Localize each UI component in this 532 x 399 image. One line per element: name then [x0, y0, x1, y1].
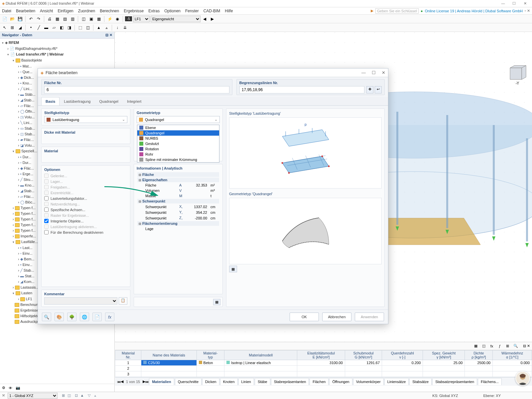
datatable-tab[interactable]: Querschnitte — [175, 378, 201, 385]
dialog-titlebar[interactable]: ◈ Fläche bearbeiten — ☐ ✕ — [38, 68, 388, 77]
tab-quadrangle[interactable]: Quadrangel — [95, 97, 123, 105]
globe-icon[interactable]: 🌐 — [80, 313, 89, 321]
tool-icon[interactable]: ↖ — [1, 24, 8, 31]
new-icon[interactable]: 📄 — [1, 16, 8, 22]
datatable-tab[interactable]: Öffnungen — [329, 378, 352, 385]
column-header[interactable]: ElastizitätsmodulE [kN/cm²] — [297, 350, 345, 360]
menu-item[interactable]: Ergebnisse — [124, 9, 144, 13]
datatable-tab[interactable]: Stabsätze — [409, 378, 432, 385]
window-restore-icon[interactable]: ▫ ✕ — [525, 9, 530, 13]
tool-icon[interactable]: 🔍 — [512, 343, 519, 349]
minimize-button[interactable]: — — [498, 1, 508, 5]
dialog-close-icon[interactable]: ✕ — [382, 70, 385, 75]
datatable-tab[interactable]: Liniensätze — [384, 378, 409, 385]
column-header[interactable]: SchubmodulG [kN/cm²] — [345, 350, 382, 360]
support-icon[interactable]: ▲ — [95, 24, 102, 31]
maximize-button[interactable]: ☐ — [509, 1, 519, 6]
tool-icon[interactable]: ⟁ — [103, 24, 110, 31]
option-checkbox[interactable]: Lastverteilungsfaktor... — [44, 196, 127, 201]
column-header[interactable]: Material-typ — [197, 350, 224, 360]
materials-table[interactable]: MaterialNr.Name des MaterialsMaterial-ty… — [115, 350, 532, 377]
close-button[interactable]: ✕ — [520, 1, 530, 6]
last-page-icon[interactable]: ⏭ — [145, 380, 149, 384]
geometry-option[interactable]: NURBS — [137, 136, 219, 141]
column-header[interactable]: Querdehnzahlν [-] — [382, 350, 423, 360]
datatable-tab[interactable]: Dicken — [202, 378, 219, 385]
next-page-icon[interactable]: ▶ — [143, 379, 145, 384]
menu-item[interactable]: Optionen — [164, 9, 181, 13]
info-grid-icon[interactable]: ▦ — [213, 299, 220, 305]
tool-icon[interactable]: ◢ — [17, 24, 23, 31]
tool-icon[interactable]: ▦ — [472, 343, 479, 349]
dialog-minimize-icon[interactable]: — — [361, 70, 366, 75]
tool-icon[interactable]: ▦ — [95, 16, 102, 22]
geometry-option[interactable]: Quadrangel — [137, 130, 219, 136]
nav-icon[interactable]: ⚙ — [2, 386, 5, 390]
tool-icon[interactable]: fx — [488, 343, 495, 349]
menu-item[interactable]: Fenster — [185, 9, 199, 13]
menu-item[interactable]: Zuordnen — [78, 9, 95, 13]
surface-nr-input[interactable] — [44, 86, 229, 93]
undo-icon[interactable]: ↶ — [28, 16, 34, 22]
column-header[interactable]: MaterialNr. — [115, 350, 141, 360]
line-icon[interactable]: ╱ — [35, 24, 42, 31]
dialog-maximize-icon[interactable]: ☐ — [372, 70, 376, 75]
node-icon[interactable]: • — [28, 24, 34, 31]
camera-icon[interactable]: 📷 — [16, 386, 20, 390]
print-icon[interactable]: 🖨 — [46, 16, 53, 22]
option-checkbox[interactable]: Für die Berechnung deaktivieren — [44, 229, 127, 235]
ok-button[interactable]: OK — [290, 313, 319, 321]
tool-icon[interactable]: ⊞ — [9, 24, 16, 31]
prev-icon[interactable]: ◀ — [201, 16, 208, 22]
pick-icon[interactable]: ✥ — [366, 86, 373, 93]
view-cube[interactable]: -Y — [503, 65, 527, 88]
column-header[interactable]: Materialmodell — [224, 350, 297, 360]
tool-icon[interactable]: ⬚ — [77, 24, 83, 31]
tab-load-transfer[interactable]: Lastübertragung — [60, 97, 95, 105]
doc-icon[interactable]: 📄 — [92, 313, 102, 321]
member-icon[interactable]: ▬ — [43, 24, 50, 31]
menu-item[interactable]: Datei — [2, 9, 11, 13]
geometry-dropdown[interactable]: Quadrangel ⌄ EbeneQuadrangelNURBSGestutz… — [137, 116, 220, 123]
tool-icon[interactable]: ▦ — [54, 16, 61, 22]
loadcase-code[interactable]: LF1 — [133, 16, 150, 22]
menu-item[interactable]: Ansicht — [40, 9, 53, 13]
tool-icon[interactable]: ⇊ — [122, 24, 128, 31]
datatable-tab[interactable]: Flächen — [310, 378, 329, 385]
sb-icon[interactable]: ⊞ — [60, 393, 66, 398]
help-icon[interactable]: 🔍 — [42, 313, 51, 321]
comment-input[interactable] — [44, 297, 117, 305]
datatable-tab[interactable]: Stabrepräsentanten — [271, 378, 309, 385]
comment-tool-icon[interactable]: 📋 — [119, 297, 127, 305]
menu-item[interactable]: Berechnen — [100, 9, 119, 13]
color-icon[interactable]: 🎨 — [55, 313, 64, 321]
tool-icon[interactable]: ƒ — [496, 343, 503, 349]
tab-basis[interactable]: Basis — [41, 97, 60, 105]
menu-item[interactable]: CAD-BIM — [203, 9, 220, 13]
datatable-tab[interactable]: Stabsatzrepräsentanten — [432, 378, 477, 385]
apply-button[interactable]: Anwenden — [355, 313, 384, 321]
datatable-tab[interactable]: Linien — [238, 378, 254, 385]
geometry-option[interactable]: Rotation — [137, 146, 219, 152]
geometry-option[interactable]: Rohr — [137, 152, 219, 157]
menu-item[interactable]: Bearbeiten — [16, 9, 35, 13]
datatable-tab[interactable]: Volumenkörper — [353, 378, 384, 385]
fx-icon[interactable]: fx — [105, 313, 114, 321]
option-checkbox[interactable]: Integrierte Objekte... — [44, 218, 127, 224]
menu-item[interactable]: Extras — [148, 9, 160, 13]
column-header[interactable]: Dichteρ [kg/m³] — [465, 350, 493, 360]
sb-icon[interactable]: ▽ — [86, 393, 92, 398]
datatable-tab[interactable]: Materialien — [149, 378, 174, 385]
eye-icon[interactable]: 👁 — [9, 386, 12, 390]
table-row[interactable]: 3 — [115, 371, 532, 377]
column-header[interactable]: Name des Materials — [141, 350, 197, 360]
tool-icon[interactable]: ◫ — [80, 16, 87, 22]
geometry-option[interactable]: Spline mit minimaler Krümmung — [137, 157, 219, 162]
column-header[interactable]: Wärmedehnzα [1/°C] — [493, 350, 532, 360]
sb-icon[interactable]: ▲ — [79, 393, 85, 397]
coord-system-select[interactable]: 1 - Global XYZ — [8, 393, 58, 399]
option-checkbox[interactable]: Spezifische Achsen... — [44, 207, 127, 212]
pin-icon[interactable]: ⊟ — [105, 33, 108, 37]
tree-icon[interactable]: 🌳 — [67, 313, 76, 321]
panel-close-icon[interactable]: ⊟ ✕ — [523, 344, 530, 348]
